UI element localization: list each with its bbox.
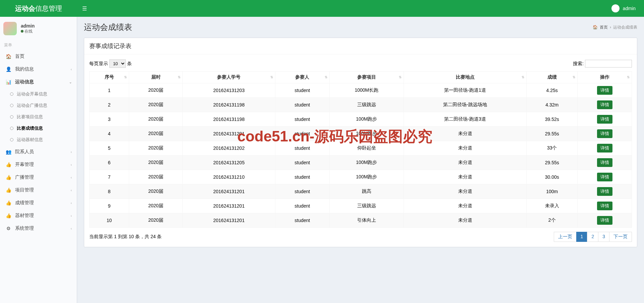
cell-action: 详情	[578, 199, 632, 213]
detail-button[interactable]: 详情	[597, 86, 612, 95]
cell-term: 2020届	[129, 156, 183, 170]
sort-icon: ⇅	[522, 76, 524, 78]
cell-term: 2020届	[129, 213, 183, 228]
search-input[interactable]	[585, 60, 632, 68]
home-icon: 🏠	[5, 54, 12, 59]
cell-action: 详情	[578, 83, 632, 98]
subnav-broadcastinfo[interactable]: 运动会广播信息	[5, 100, 77, 111]
cell-event: 1000M长跑	[329, 83, 404, 98]
cell-action: 详情	[578, 127, 632, 141]
user-avatar-icon	[3, 22, 17, 35]
col-sid[interactable]: 参赛人学号⇅	[182, 72, 275, 83]
thumbs-up-icon: 👍	[5, 175, 12, 180]
detail-button[interactable]: 详情	[597, 216, 612, 225]
brand-bold: 运动会	[15, 5, 35, 12]
detail-button[interactable]: 详情	[597, 100, 612, 109]
cell-seq: 10	[90, 213, 129, 228]
cell-name: student	[275, 213, 330, 228]
user-status: 在线	[21, 29, 35, 34]
subnav-openinginfo[interactable]: 运动会开幕信息	[5, 88, 77, 100]
cell-term: 2020届	[129, 127, 183, 141]
table-row: 82020届201624131201student跳高未分道100m详情	[90, 184, 632, 199]
table-row: 42020届201624131201student100M跑步未分道29.55s…	[90, 127, 632, 141]
page-2[interactable]: 2	[587, 232, 598, 242]
cell-name: student	[275, 156, 330, 170]
circle-icon	[10, 92, 13, 96]
cell-venue: 第二田径场-跑道3道	[404, 112, 527, 127]
cell-action: 详情	[578, 112, 632, 127]
col-score[interactable]: 成绩⇅	[527, 72, 578, 83]
thumbs-up-icon: 👍	[5, 200, 12, 206]
cell-sid: 201624131201	[182, 213, 275, 228]
col-seq[interactable]: 序号⇅	[90, 72, 129, 83]
cell-action: 详情	[578, 98, 632, 112]
sort-icon: ⇅	[573, 76, 575, 78]
cell-sid: 201624131210	[182, 170, 275, 184]
col-event[interactable]: 参赛项目⇅	[329, 72, 404, 83]
cell-sid: 201624131202	[182, 141, 275, 156]
cell-score: 30.00s	[527, 170, 578, 184]
col-name[interactable]: 参赛人⇅	[275, 72, 330, 83]
page-1[interactable]: 1	[576, 232, 588, 242]
detail-button[interactable]: 详情	[597, 158, 612, 167]
cell-term: 2020届	[129, 83, 183, 98]
cell-event: 三级跳远	[329, 199, 404, 213]
subnav-eventinfo[interactable]: 比赛项目信息	[5, 111, 77, 123]
breadcrumb-home[interactable]: 首页	[600, 25, 608, 30]
detail-button[interactable]: 详情	[597, 202, 612, 210]
nav-eventmgmt[interactable]: 👍项目管理‹	[0, 184, 77, 197]
table-row: 22020届201624131198student三级跳远第二田径场-跳远场地4…	[90, 98, 632, 112]
cell-score: 4.25s	[527, 83, 578, 98]
thumbs-up-icon: 👍	[5, 213, 12, 218]
cell-seq: 9	[90, 199, 129, 213]
nav-broadcastmgmt[interactable]: 👍广播管理‹	[0, 171, 77, 184]
nav-sysmgmt[interactable]: ⚙系统管理‹	[0, 222, 77, 235]
cell-sid: 201624131203	[182, 83, 275, 98]
detail-button[interactable]: 详情	[597, 115, 612, 124]
col-venue[interactable]: 比赛地点⇅	[404, 72, 527, 83]
table-row: 102020届201624131201student引体向上未分道2个详情	[90, 213, 632, 228]
subnav-equipinfo[interactable]: 运动器材信息	[5, 134, 77, 145]
detail-button[interactable]: 详情	[597, 187, 612, 196]
perpage-select[interactable]: 10	[109, 59, 126, 68]
nav-deptpersons[interactable]: 👥院系人员‹	[0, 145, 77, 158]
circle-icon	[10, 127, 13, 130]
page-prev[interactable]: 上一页	[554, 232, 577, 242]
sidebar-toggle-icon[interactable]: ☰	[77, 5, 92, 12]
cell-seq: 8	[90, 184, 129, 199]
page-next[interactable]: 下一页	[609, 232, 632, 242]
brand[interactable]: 运动会信息管理	[0, 4, 77, 13]
search-label: 搜索:	[573, 61, 584, 66]
thumbs-up-icon: 👍	[5, 187, 12, 193]
nav-myinfo[interactable]: 👤我的信息‹	[0, 63, 77, 76]
table-row: 32020届201624131198student100M跑步第二田径场-跑道3…	[90, 112, 632, 127]
cell-term: 2020届	[129, 170, 183, 184]
cell-sid: 201624131198	[182, 98, 275, 112]
cell-seq: 5	[90, 141, 129, 156]
col-action[interactable]: 操作⇅	[578, 72, 632, 83]
nav-scoremgmt[interactable]: 👍成绩管理‹	[0, 197, 77, 209]
nav-sportinfo[interactable]: 📊运动信息⌄	[0, 76, 77, 88]
col-term[interactable]: 届时⇅	[129, 72, 183, 83]
cell-score: 未录入	[527, 199, 578, 213]
subnav-scoreinfo[interactable]: 比赛成绩信息	[5, 123, 77, 134]
pagination: 上一页123下一页	[554, 232, 632, 242]
perpage-control: 每页显示 10 条	[89, 59, 132, 68]
cell-seq: 6	[90, 156, 129, 170]
users-icon: 👥	[5, 149, 12, 155]
cell-score: 29.55s	[527, 156, 578, 170]
cell-seq: 4	[90, 127, 129, 141]
cell-score: 29.55s	[527, 127, 578, 141]
chevron-left-icon: ‹	[71, 214, 72, 218]
cell-term: 2020届	[129, 141, 183, 156]
page-3[interactable]: 3	[598, 232, 609, 242]
nav-equipmgmt[interactable]: 👍器材管理‹	[0, 209, 77, 222]
detail-button[interactable]: 详情	[597, 129, 612, 138]
header-user[interactable]: admin	[611, 4, 644, 12]
cell-action: 详情	[578, 141, 632, 156]
detail-button[interactable]: 详情	[597, 144, 612, 153]
nav-openingmgmt[interactable]: 👍开幕管理‹	[0, 158, 77, 171]
detail-button[interactable]: 详情	[597, 173, 612, 181]
nav-home[interactable]: 🏠首页	[0, 50, 77, 63]
sort-icon: ⇅	[270, 76, 273, 78]
